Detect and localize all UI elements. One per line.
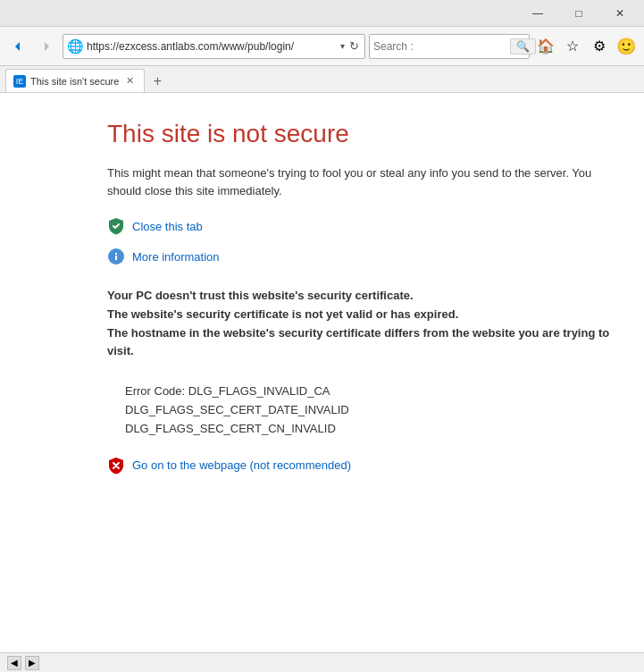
forward-button[interactable] (34, 34, 59, 59)
more-info-label: More information (132, 250, 220, 264)
active-tab[interactable]: IE This site isn't secure ✕ (5, 69, 145, 92)
toolbar-icons: 🏠 ☆ ⚙ 🙂 (533, 34, 639, 59)
maximize-button[interactable]: □ (558, 0, 599, 27)
more-info-link[interactable]: More information (107, 248, 626, 265)
close-tab-label: Close this tab (132, 220, 203, 233)
tab-favicon: IE (13, 75, 26, 88)
minimize-button[interactable]: — (517, 0, 558, 27)
error-code-2: DLG_FLAGS_SEC_CERT_DATE_INVALID (125, 403, 349, 416)
close-button[interactable]: ✕ (599, 0, 640, 27)
home-button[interactable]: 🏠 (533, 34, 558, 59)
address-input[interactable] (87, 40, 338, 53)
info-icon (107, 248, 125, 265)
scroll-right-button[interactable]: ▶ (25, 656, 39, 670)
favorites-button[interactable]: ☆ (560, 34, 585, 59)
tab-label: This site isn't secure (30, 76, 119, 87)
search-wrapper: 🔍 (369, 34, 530, 59)
go-link-wrapper[interactable]: Go on to the webpage (not recommended) (107, 457, 626, 475)
error-details: Your PC doesn't trust this website's sec… (107, 287, 626, 361)
browser-toolbar: 🌐 ▾ ↻ 🔍 🏠 ☆ ⚙ 🙂 (0, 27, 644, 66)
feedback-button[interactable]: 🙂 (614, 34, 639, 59)
error-code-header: Error Code: DLG_FLAGS_INVALID_CA (125, 384, 330, 398)
shield-green-icon (107, 217, 125, 235)
refresh-button[interactable]: ↻ (347, 38, 361, 55)
window-titlebar: — □ ✕ (0, 0, 644, 27)
search-go-button[interactable]: 🔍 (510, 38, 536, 55)
status-left: ◀ ▶ (7, 656, 39, 670)
error-detail-1: Your PC doesn't trust this website's sec… (107, 287, 626, 306)
error-detail-3: The hostname in the website's security c… (107, 324, 626, 362)
error-detail-2: The website's security certificate is no… (107, 306, 626, 324)
address-bar-wrapper: 🌐 ▾ ↻ (63, 34, 365, 59)
tab-close-button[interactable]: ✕ (123, 74, 137, 88)
address-dropdown-icon[interactable]: ▾ (340, 41, 345, 51)
go-link[interactable]: Go on to the webpage (not recommended) (132, 458, 351, 472)
error-codes-section: Error Code: DLG_FLAGS_INVALID_CA DLG_FLA… (107, 382, 626, 438)
settings-button[interactable]: ⚙ (587, 34, 612, 59)
scroll-left-button[interactable]: ◀ (7, 656, 21, 670)
back-button[interactable] (5, 34, 30, 59)
status-bar: ◀ ▶ (0, 652, 644, 672)
close-tab-link[interactable]: Close this tab (107, 217, 626, 235)
page-title: This site is not secure (107, 120, 626, 148)
ie-logo-icon: 🌐 (67, 38, 84, 55)
search-input[interactable] (373, 40, 507, 53)
error-description: This might mean that someone's trying to… (107, 164, 626, 199)
error-code-3: DLG_FLAGS_SEC_CERT_CN_INVALID (125, 422, 336, 435)
tab-bar: IE This site isn't secure ✕ + (0, 66, 644, 93)
window-controls: — □ ✕ (517, 0, 640, 27)
new-tab-button[interactable]: + (146, 71, 168, 92)
danger-shield-icon (107, 457, 125, 475)
page-content: This site is not secure This might mean … (0, 93, 644, 652)
